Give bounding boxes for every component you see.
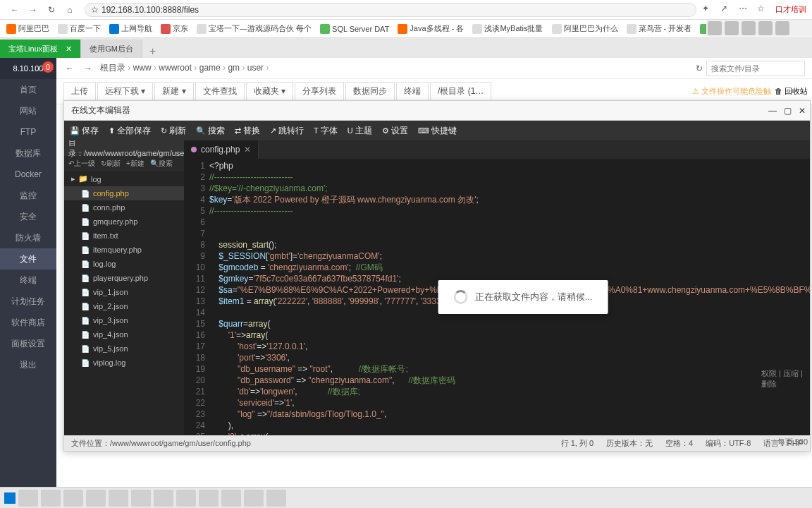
tree-file-1[interactable]: 📄conn.php — [64, 200, 184, 214]
editor-btn-1[interactable]: ⬆全部保存 — [109, 125, 151, 137]
bookmark-5[interactable]: SQL Server DAT — [316, 23, 393, 35]
crumb-4[interactable]: gm — [228, 63, 240, 73]
minimize-icon[interactable]: — — [768, 106, 777, 116]
task-app2[interactable] — [86, 490, 106, 507]
editor-btn-4[interactable]: ⇄替换 — [235, 125, 260, 137]
task-app5[interactable] — [176, 490, 196, 507]
star-icon[interactable]: ☆ — [757, 4, 770, 16]
toolbar-btn-4[interactable]: 收藏夹 ▾ — [246, 82, 293, 101]
folder-log[interactable]: ▸ 📁 log — [64, 171, 184, 186]
editor-btn-9[interactable]: ⌨快捷键 — [418, 125, 457, 137]
editor-btn-2[interactable]: ↻刷新 — [161, 125, 186, 137]
tree-tool-2[interactable]: +新建 — [126, 159, 144, 169]
toolbar-btn-2[interactable]: 新建 ▾ — [154, 82, 193, 101]
sidebar-item-7[interactable]: 防火墙 — [0, 227, 56, 248]
wand-icon[interactable]: ✦ — [702, 4, 715, 16]
editor-btn-7[interactable]: U主题 — [347, 125, 372, 137]
editor-btn-6[interactable]: T字体 — [314, 125, 338, 137]
new-tab-button[interactable]: + — [142, 45, 163, 58]
tree-file-2[interactable]: 📄gmquery.php — [64, 214, 184, 229]
bookmark-1[interactable]: 百度一下 — [54, 22, 104, 35]
url-bar[interactable]: ☆ 192.168.10.100:8888/files — [85, 3, 696, 17]
editor-btn-3[interactable]: 🔍搜索 — [196, 125, 225, 137]
toolbar-btn-3[interactable]: 文件查找 — [195, 82, 245, 101]
tree-file-9[interactable]: 📄vip_3.json — [64, 313, 184, 327]
toolbar-btn-8[interactable]: /根目录 (1… — [430, 82, 491, 101]
task-app4[interactable] — [154, 490, 173, 507]
sidebar-item-1[interactable]: 网站 — [0, 100, 56, 121]
more-icon[interactable]: ⋯ — [739, 4, 751, 16]
ext-3[interactable] — [758, 21, 773, 35]
sidebar-item-6[interactable]: 安全 — [0, 206, 56, 227]
tree-file-5[interactable]: 📄log.log — [64, 257, 184, 271]
tree-file-0[interactable]: 📄config.php — [64, 186, 184, 200]
tree-file-6[interactable]: 📄playerquery.php — [64, 271, 184, 285]
crumb-0[interactable]: 根目录 — [100, 63, 125, 73]
crumb-1[interactable]: www — [133, 63, 152, 73]
ext-0[interactable] — [708, 21, 722, 35]
editor-btn-0[interactable]: 💾保存 — [70, 125, 99, 137]
sidebar-item-4[interactable]: Docker — [0, 164, 56, 185]
home-button[interactable]: ⌂ — [62, 2, 78, 18]
task-edge[interactable] — [18, 490, 38, 507]
tree-tool-0[interactable]: ↶上一级 — [68, 159, 95, 169]
bc-back-icon[interactable]: ← — [63, 62, 76, 75]
code-tab-config[interactable]: config.php ✕ — [184, 140, 259, 159]
editor-btn-5[interactable]: ↗跳转行 — [270, 125, 304, 137]
tree-file-10[interactable]: 📄vip_4.json — [64, 327, 184, 341]
tree-tool-3[interactable]: 🔍搜索 — [150, 159, 173, 169]
bookmark-0[interactable]: 阿里巴巴 — [3, 22, 53, 35]
right-ad[interactable]: 口才培训 — [775, 4, 806, 15]
maximize-icon[interactable]: ▢ — [784, 106, 792, 116]
task-app6[interactable] — [199, 490, 219, 507]
bookmark-3[interactable]: 京东 — [157, 22, 192, 35]
tree-file-11[interactable]: 📄vip_5.json — [64, 341, 184, 356]
tree-file-7[interactable]: 📄vip_1.json — [64, 285, 184, 299]
sidebar-item-12[interactable]: 面板设置 — [0, 333, 56, 354]
tab-0[interactable]: 宝塔Linux面板✕ — [0, 40, 81, 58]
bc-fwd-icon[interactable]: → — [82, 62, 94, 75]
bookmark-6[interactable]: Java多线程 - 各 — [394, 22, 467, 35]
bookmark-7[interactable]: 浅谈MyBatis批量 — [469, 22, 546, 35]
tree-file-12[interactable]: 📄viplog.log — [64, 356, 184, 370]
refresh-button[interactable]: ↻ — [44, 2, 59, 18]
tab-1[interactable]: 使用GM后台 — [81, 40, 142, 58]
recycle-button[interactable]: 🗑 回收站 — [775, 86, 808, 97]
sidebar-item-2[interactable]: FTP — [0, 121, 56, 143]
ext-2[interactable] — [742, 21, 756, 35]
toolbar-btn-1[interactable]: 远程下载 ▾ — [97, 82, 153, 101]
bookmark-4[interactable]: 宝塔一下—游戏源码合伙 每个 — [193, 22, 315, 35]
bookmark-2[interactable]: 上网导航 — [106, 22, 156, 35]
tree-file-4[interactable]: 📄itemquery.php — [64, 243, 184, 257]
toolbar-btn-0[interactable]: 上传 — [63, 82, 96, 101]
close-icon[interactable]: ✕ — [799, 106, 806, 116]
close-tab-icon[interactable]: ✕ — [66, 44, 72, 54]
tree-file-8[interactable]: 📄vip_2.json — [64, 299, 184, 313]
sidebar-item-11[interactable]: 软件商店 — [0, 312, 56, 333]
sidebar-item-0[interactable]: 首页 — [0, 79, 56, 100]
tree-tool-1[interactable]: ↻刷新 — [101, 159, 121, 169]
toolbar-btn-7[interactable]: 终端 — [396, 82, 429, 101]
close-tab-icon[interactable]: ✕ — [244, 145, 251, 155]
ext-4[interactable] — [775, 21, 789, 35]
ext-1[interactable] — [725, 21, 739, 35]
tree-file-3[interactable]: 📄item.txt — [64, 229, 184, 243]
task-app3[interactable] — [109, 490, 128, 507]
task-app7[interactable] — [221, 490, 241, 507]
toolbar-btn-6[interactable]: 数据同步 — [345, 82, 395, 101]
task-app1[interactable] — [41, 490, 61, 507]
sidebar-item-8[interactable]: 文件 — [0, 248, 56, 270]
task-app9[interactable] — [266, 490, 286, 507]
sidebar-item-13[interactable]: 退出 — [0, 354, 56, 375]
start-button[interactable] — [4, 492, 16, 504]
bookmark-9[interactable]: 菜鸟营 - 开发者 — [623, 22, 696, 35]
bc-refresh-icon[interactable]: ↻ — [696, 64, 703, 73]
bookmark-8[interactable]: 阿里巴巴为什么 — [548, 22, 622, 35]
editor-btn-8[interactable]: ⚙设置 — [382, 125, 408, 137]
toolbar-btn-5[interactable]: 分享列表 — [295, 82, 344, 101]
task-chrome[interactable] — [131, 490, 151, 507]
task-app8[interactable] — [244, 490, 264, 507]
sidebar-item-10[interactable]: 计划任务 — [0, 291, 56, 312]
crumb-5[interactable]: user — [247, 63, 264, 73]
task-explorer[interactable] — [63, 490, 83, 507]
